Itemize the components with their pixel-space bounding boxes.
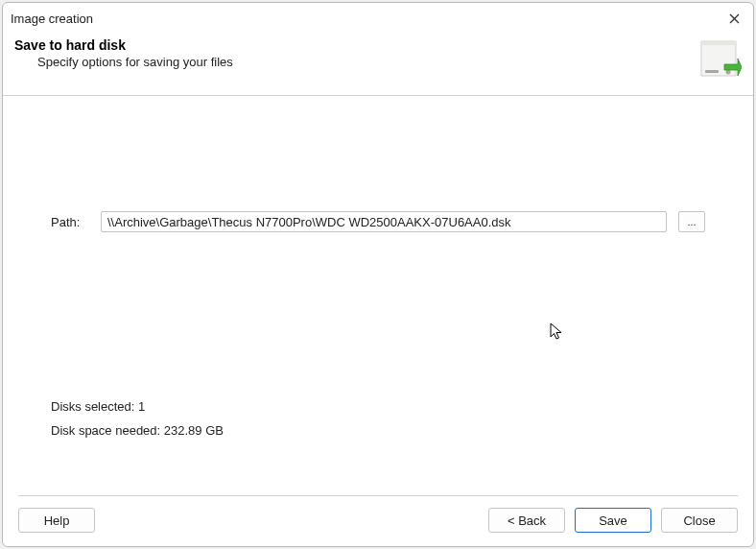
path-row: Path: ...: [51, 211, 705, 232]
save-button[interactable]: Save: [575, 508, 651, 533]
space-needed-label: Disk space needed:: [51, 423, 160, 438]
disks-selected-line: Disks selected: 1: [51, 395, 705, 419]
window-title: Image creation: [11, 12, 93, 26]
titlebar: Image creation: [3, 3, 753, 32]
page-subtitle: Specify options for saving your files: [14, 53, 696, 69]
summary-info: Disks selected: 1 Disk space needed: 232…: [51, 395, 705, 442]
dialog-window: Image creation Save to hard disk Specify…: [2, 2, 754, 547]
back-button[interactable]: < Back: [488, 508, 565, 533]
close-icon[interactable]: [722, 7, 745, 30]
svg-rect-0: [705, 70, 719, 73]
wizard-header-text: Save to hard disk Specify options for sa…: [14, 37, 696, 69]
space-needed-line: Disk space needed: 232.89 GB: [51, 419, 705, 443]
browse-button[interactable]: ...: [678, 211, 705, 232]
space-needed-value: 232.89 GB: [164, 423, 224, 438]
hard-disk-save-icon: [696, 37, 742, 84]
wizard-footer: Help < Back Save Close: [3, 496, 753, 546]
page-title: Save to hard disk: [14, 37, 696, 53]
disks-selected-label: Disks selected:: [51, 399, 134, 414]
path-input[interactable]: [101, 211, 667, 232]
close-button[interactable]: Close: [661, 508, 738, 533]
disks-selected-value: 1: [138, 399, 145, 414]
wizard-body: Path: ... Disks selected: 1 Disk space n…: [3, 96, 753, 495]
path-label: Path:: [51, 215, 89, 229]
wizard-header: Save to hard disk Specify options for sa…: [3, 32, 753, 96]
help-button[interactable]: Help: [18, 508, 95, 533]
